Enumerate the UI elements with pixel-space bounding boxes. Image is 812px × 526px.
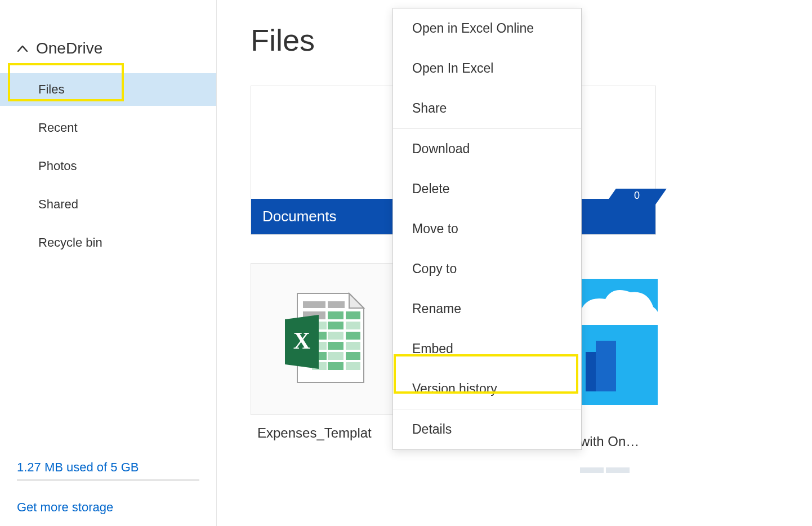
storage-usage-text[interactable]: 1.27 MB used of 5 GB bbox=[17, 460, 199, 475]
brand-row[interactable]: OneDrive bbox=[0, 34, 216, 73]
menu-item-copy-to[interactable]: Copy to bbox=[393, 249, 581, 289]
menu-item-move-to[interactable]: Move to bbox=[393, 209, 581, 249]
svg-rect-20 bbox=[328, 362, 343, 370]
menu-item-details[interactable]: Details bbox=[393, 409, 581, 449]
svg-marker-1 bbox=[349, 293, 364, 308]
svg-text:X: X bbox=[293, 328, 310, 354]
storage-bar bbox=[17, 479, 199, 481]
svg-rect-26 bbox=[596, 341, 616, 391]
menu-item-download[interactable]: Download bbox=[393, 129, 581, 169]
file-tile-excel[interactable]: X Expenses_Templat bbox=[251, 263, 397, 441]
file-tile-onedrive-partial[interactable] bbox=[580, 279, 658, 405]
sidebar-item-recycle-bin[interactable]: Recycle bin bbox=[0, 226, 216, 259]
svg-rect-6 bbox=[346, 311, 360, 319]
folder-count: 0 bbox=[634, 190, 640, 202]
sidebar-item-recent[interactable]: Recent bbox=[0, 112, 216, 144]
svg-rect-17 bbox=[328, 352, 343, 360]
svg-rect-3 bbox=[328, 301, 345, 308]
sidebar-item-photos[interactable]: Photos bbox=[0, 150, 216, 182]
menu-item-delete[interactable]: Delete bbox=[393, 169, 581, 209]
svg-rect-2 bbox=[303, 301, 325, 308]
menu-item-version-history[interactable]: Version history bbox=[393, 369, 581, 409]
onedrive-logo-bg bbox=[580, 279, 658, 405]
menu-item-embed[interactable]: Embed bbox=[393, 329, 581, 369]
file-label: Expenses_Templat bbox=[251, 415, 397, 441]
storage-info: 1.27 MB used of 5 GB bbox=[17, 460, 199, 481]
svg-rect-21 bbox=[346, 362, 360, 370]
svg-rect-5 bbox=[328, 311, 343, 319]
svg-rect-18 bbox=[346, 352, 360, 360]
svg-rect-9 bbox=[346, 322, 360, 329]
svg-rect-12 bbox=[346, 332, 360, 340]
svg-rect-15 bbox=[346, 342, 360, 350]
menu-item-open-excel-online[interactable]: Open in Excel Online bbox=[393, 8, 581, 48]
sidebar-item-shared[interactable]: Shared bbox=[0, 188, 216, 221]
chevron-up-icon bbox=[17, 43, 28, 54]
brand-name: OneDrive bbox=[36, 39, 102, 57]
sidebar-item-files[interactable]: Files bbox=[0, 73, 216, 106]
svg-rect-8 bbox=[328, 322, 343, 329]
get-more-storage-link[interactable]: Get more storage bbox=[17, 500, 113, 515]
file-tile-body: X bbox=[251, 263, 397, 415]
menu-item-open-in-excel[interactable]: Open In Excel bbox=[393, 48, 581, 88]
folder-name: Documents bbox=[262, 208, 337, 225]
excel-file-icon: X bbox=[282, 290, 366, 388]
thumbnail-strip bbox=[580, 462, 658, 479]
svg-rect-11 bbox=[328, 332, 343, 340]
menu-item-share[interactable]: Share bbox=[393, 88, 581, 128]
sidebar: OneDrive Files Recent Photos Shared Recy… bbox=[0, 0, 217, 526]
svg-rect-14 bbox=[328, 342, 343, 350]
file-label-onedrive: with On… bbox=[580, 434, 639, 449]
menu-item-rename[interactable]: Rename bbox=[393, 289, 581, 329]
context-menu: Open in Excel Online Open In Excel Share… bbox=[392, 8, 582, 450]
